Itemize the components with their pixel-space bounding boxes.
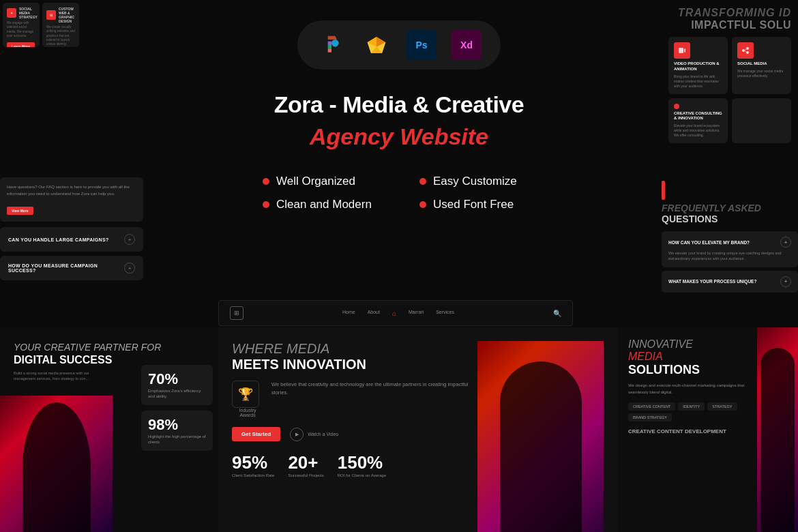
social-media-cta[interactable]: Learn More bbox=[7, 42, 35, 47]
stat-20-label: Successful Projects bbox=[288, 473, 323, 477]
meets-innovation-title: MEETS INNOVATION bbox=[232, 357, 471, 372]
stat-150: 150% ROI for Clients on Average bbox=[338, 452, 386, 477]
empty-right-card bbox=[732, 98, 791, 144]
bottom-center-content: WHERE MEDIA MEETS INNOVATION 🏆 Industry … bbox=[232, 341, 477, 518]
solutions-desc: We design and execute multi-channel mark… bbox=[628, 383, 756, 396]
feature-font-free: Used Font Free bbox=[419, 198, 535, 211]
award-label: Industry Awards bbox=[232, 408, 263, 417]
left-middle-faq: Have questions? Our FAQ section is here … bbox=[0, 177, 143, 284]
svg-point-8 bbox=[742, 49, 745, 52]
bottom-right-hero bbox=[757, 327, 798, 532]
watch-text: Watch a Video bbox=[308, 432, 338, 437]
product-title: Zora - Media & Creative bbox=[274, 91, 524, 118]
cta-row: Get Started ▶ Watch a Video bbox=[232, 427, 471, 441]
award-icon: 🏆 bbox=[232, 381, 259, 408]
hero-image bbox=[0, 396, 113, 532]
right-faq-q2[interactable]: WHAT MAKES YOUR PROCESS UNIQUE? + bbox=[662, 271, 798, 293]
svg-line-11 bbox=[745, 49, 746, 50]
bottom-right-silhouette bbox=[760, 348, 795, 532]
get-started-btn[interactable]: Get Started bbox=[232, 427, 280, 441]
figma-icon bbox=[316, 30, 346, 60]
video-card-title: VIDEO PRODUCTION & ANIMATION bbox=[674, 61, 722, 72]
solutions-title: SOLUTIONS bbox=[628, 363, 756, 377]
faq-q2[interactable]: HOW DO YOU MEASURE CAMPAIGN SUCCESS? + bbox=[0, 256, 143, 280]
stat-70: 70% Emphasizes Zora's efficiency and abi… bbox=[141, 365, 213, 405]
stats-panel: 70% Emphasizes Zora's efficiency and abi… bbox=[141, 365, 213, 456]
svg-point-9 bbox=[746, 47, 749, 50]
svg-line-12 bbox=[745, 51, 746, 53]
ps-icon: Ps bbox=[407, 30, 437, 60]
right-faq-q2-text: WHAT MAKES YOUR PROCESS UNIQUE? + bbox=[668, 276, 791, 287]
creative-partner-headline: YOUR CREATIVE PARTNER FOR DIGITAL SUCCES… bbox=[14, 341, 205, 368]
stat-150-num: 150% bbox=[338, 452, 386, 473]
right-cards-grid: VIDEO PRODUCTION & ANIMATION Bring your … bbox=[668, 37, 791, 143]
transforming-text: TRANSFORMING ID bbox=[668, 7, 791, 19]
right-faq-q2-icon[interactable]: + bbox=[780, 276, 791, 287]
stat-20: 20+ Successful Projects bbox=[288, 452, 323, 477]
right-faq-q1[interactable]: HOW CAN YOU ELEVATE MY BRAND? + We eleva… bbox=[662, 231, 798, 267]
faq-q1-toggle-icon[interactable]: + bbox=[124, 234, 135, 245]
stat-98: 98% Highlight the high percentage of cli… bbox=[141, 411, 213, 451]
right-faq-q1-icon[interactable]: + bbox=[780, 237, 791, 248]
left-top-preview: ✦ SOCIAL MEDIA STRATEGY We engage with t… bbox=[0, 0, 82, 50]
stat-70-number: 70% bbox=[148, 370, 206, 388]
svg-rect-7 bbox=[679, 48, 683, 53]
right-faq-subtitle: QUESTIONS bbox=[662, 213, 798, 224]
center-panel: Ps Xd Zora - Media & Creative Agency Web… bbox=[235, 0, 563, 327]
media-title: MEDIA bbox=[628, 351, 756, 363]
tag-brand-strategy: BRAND STRATEGY bbox=[628, 413, 672, 422]
faq-q1-text: CAN YOU HANDLE LARGE CAMPAIGNS? bbox=[8, 237, 109, 242]
innovative-title: INNOVATIVE bbox=[628, 338, 756, 351]
social-media-right-card: SOCIAL MEDIA We manage your social media… bbox=[732, 37, 791, 94]
bottom-left-panel: YOUR CREATIVE PARTNER FOR DIGITAL SUCCES… bbox=[0, 327, 218, 532]
sketch-icon bbox=[361, 30, 391, 60]
feature-dot-3 bbox=[263, 201, 269, 208]
bottom-right-panel: INNOVATIVE MEDIA SOLUTIONS We design and… bbox=[617, 327, 767, 532]
custom-web-title: CUSTOM WEB & GRAPHIC DESIGN bbox=[59, 7, 75, 23]
faq-q2-text: HOW DO YOU MEASURE CAMPAIGN SUCCESS? bbox=[8, 263, 124, 273]
feature-label-4: Used Font Free bbox=[433, 198, 514, 211]
stat-20-num: 20+ bbox=[288, 452, 323, 473]
feature-clean-modern: Clean and Modern bbox=[263, 198, 379, 211]
stat-98-label: Highlight the high percentage of clients bbox=[148, 434, 206, 445]
tag-creative-content: CREATIVE CONTENT bbox=[628, 402, 675, 411]
feature-label-3: Clean and Modern bbox=[276, 198, 372, 211]
bottom-stats-row: 95% Client Satisfaction Rate 20+ Success… bbox=[232, 452, 471, 477]
stat-95-num: 95% bbox=[232, 452, 274, 473]
digital-success-text: DIGITAL SUCCESS bbox=[14, 354, 112, 366]
tool-icons-bar: Ps Xd bbox=[297, 20, 501, 70]
product-subtitle: Agency Website bbox=[310, 123, 488, 150]
feature-dot-2 bbox=[419, 178, 426, 185]
intro-card: Have questions? Our FAQ section is here … bbox=[0, 177, 143, 222]
stat-150-label: ROI for Clients on Average bbox=[338, 473, 386, 477]
award-row: 🏆 Industry Awards We believe that creati… bbox=[232, 381, 471, 417]
bottom-left-desc: Build a strong social media presence wit… bbox=[14, 370, 102, 382]
red-accent-bar bbox=[662, 181, 665, 200]
svg-point-0 bbox=[331, 40, 339, 47]
tag-identity: IDENTITY bbox=[678, 402, 705, 411]
faq-q1[interactable]: CAN YOU HANDLE LARGE CAMPAIGNS? + bbox=[0, 227, 143, 252]
center-desc: We believe that creativity and technolog… bbox=[271, 381, 471, 397]
video-production-card: VIDEO PRODUCTION & ANIMATION Bring your … bbox=[668, 37, 728, 94]
tags-row: CREATIVE CONTENT IDENTITY STRATEGY BRAND… bbox=[628, 402, 756, 422]
view-more-btn[interactable]: View More bbox=[7, 207, 33, 215]
consulting-card-title: CREATIVE CONSULTING & INNOVATION bbox=[674, 111, 722, 122]
video-card-text: Bring your brand to life with motion con… bbox=[674, 74, 722, 89]
social-media-card: ✦ SOCIAL MEDIA STRATEGY We engage with t… bbox=[3, 3, 40, 47]
impactful-text: IMPACTFUL SOLU bbox=[668, 19, 791, 31]
right-faq-header: FREQUENTLY ASKED QUESTIONS bbox=[662, 203, 798, 224]
right-faq-title-italic: FREQUENTLY ASKED bbox=[662, 203, 798, 213]
social-media-icon: ✦ bbox=[7, 8, 16, 18]
feature-dot-1 bbox=[263, 178, 269, 185]
consulting-card: CREATIVE CONSULTING & INNOVATION Elevate… bbox=[668, 98, 728, 144]
bottom-center-panel: WHERE MEDIA MEETS INNOVATION 🏆 Industry … bbox=[218, 327, 617, 532]
custom-web-body: We create visually striking websites and… bbox=[46, 25, 75, 46]
social-media-title: SOCIAL MEDIA STRATEGY bbox=[19, 7, 38, 19]
right-middle-faq: FREQUENTLY ASKED QUESTIONS HOW CAN YOU E… bbox=[662, 181, 798, 296]
feature-label-1: Well Organized bbox=[276, 175, 355, 188]
xd-icon: Xd bbox=[452, 30, 482, 60]
bottom-section: YOUR CREATIVE PARTNER FOR DIGITAL SUCCES… bbox=[0, 327, 798, 532]
faq-q2-toggle-icon[interactable]: + bbox=[124, 263, 135, 274]
where-media-title: WHERE MEDIA bbox=[232, 341, 471, 357]
play-btn[interactable]: ▶ bbox=[290, 428, 304, 441]
